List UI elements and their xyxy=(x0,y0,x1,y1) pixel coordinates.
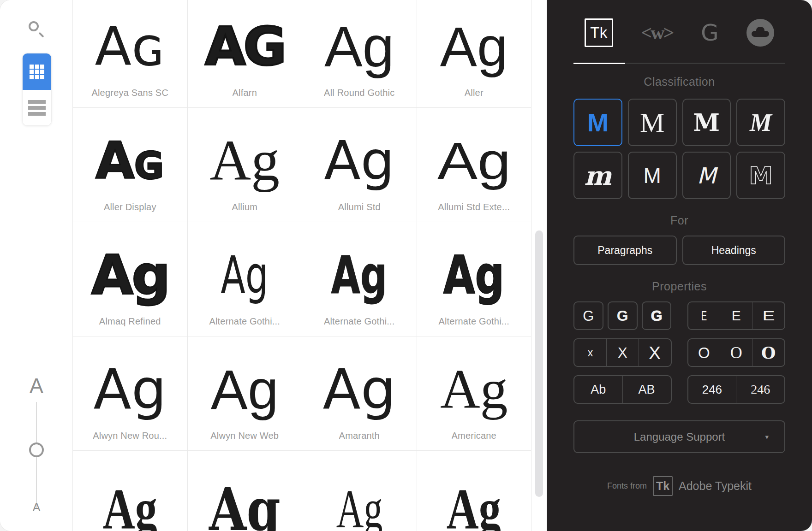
tab-typekit[interactable]: Tk xyxy=(585,18,613,47)
font-card[interactable]: Ag Aller xyxy=(417,0,532,108)
headings-button[interactable]: Headings xyxy=(682,236,786,265)
typekit-logo: Tk xyxy=(590,24,608,41)
font-sample-glyph: Ag xyxy=(103,481,157,531)
properties-column: GGGxXXAbAB xyxy=(573,301,672,404)
classification-heading: Classification xyxy=(573,75,785,88)
font-sample-glyph: Ag xyxy=(94,362,167,417)
font-card[interactable]: Ag Americane xyxy=(417,336,532,451)
filter-option-x-height-x-large[interactable]: X xyxy=(639,339,671,366)
search-icon[interactable] xyxy=(28,20,45,38)
filter-option-glyph: E xyxy=(701,309,707,323)
classification-option-blackletter[interactable]: m xyxy=(573,152,622,199)
font-sample-glyph: Ag xyxy=(324,134,394,188)
font-name: Alternate Gothi... xyxy=(209,316,280,327)
cloud-icon-base xyxy=(752,31,769,37)
font-card[interactable]: Aɢ Aller Display xyxy=(73,108,188,222)
filter-option-width-e-wide[interactable]: E xyxy=(752,302,784,329)
filter-panel: Tk <w> G Classification M M M M m xyxy=(547,0,812,531)
for-heading: For xyxy=(573,214,785,227)
font-card[interactable]: AG Alfarn xyxy=(188,0,303,108)
filter-option-width-e-normal[interactable]: E xyxy=(720,302,752,329)
language-support-dropdown[interactable]: Language Support ▾ xyxy=(573,420,785,453)
filter-option-glyph: x xyxy=(588,348,593,358)
font-card[interactable]: Ag xyxy=(188,451,303,531)
font-name: Allumi Std Exte... xyxy=(438,202,510,212)
font-name: Alfarn xyxy=(233,88,257,98)
font-size-slider-handle[interactable] xyxy=(29,442,44,457)
font-sample-glyph: AG xyxy=(205,20,284,73)
font-grid: Aɢ Alegreya Sans SC AG Alfarn Ag All Rou… xyxy=(73,0,531,531)
paragraphs-button[interactable]: Paragraphs xyxy=(573,236,677,265)
font-card[interactable]: Ag Allumi Std Exte... xyxy=(417,108,532,222)
font-card[interactable]: Ag xyxy=(417,451,532,531)
filter-option-case-case-caps[interactable]: AB xyxy=(623,376,671,403)
filter-option-contrast-o-medium[interactable]: O xyxy=(720,339,752,366)
grid-scrollbar-thumb[interactable] xyxy=(535,230,543,497)
classification-option-script[interactable]: M xyxy=(736,99,785,146)
view-mode-toggle xyxy=(22,53,52,126)
font-card[interactable]: Ag All Round Gothic xyxy=(302,0,417,108)
font-sample-glyph: Ag xyxy=(221,249,269,301)
font-name: All Round Gothic xyxy=(324,88,394,98)
font-card[interactable]: Ag Allumi Std xyxy=(302,108,417,222)
filter-option-figures-fig-lining[interactable]: 246 xyxy=(688,376,737,403)
font-name: Allumi Std xyxy=(338,202,381,212)
font-card[interactable]: Ag Alternate Gothi... xyxy=(302,222,417,336)
font-card[interactable]: Ag Allium xyxy=(188,108,303,222)
attribution-prefix: Fonts from xyxy=(607,481,647,491)
filter-option-x-height-x-small[interactable]: x xyxy=(574,339,607,366)
font-sample-glyph: Ag xyxy=(447,481,501,531)
filter-option-contrast-o-low[interactable]: O xyxy=(688,339,721,366)
list-view-button[interactable] xyxy=(23,90,51,126)
filter-option-glyph: E xyxy=(732,309,741,323)
filter-option-case-case-mixed[interactable]: Ab xyxy=(574,376,623,403)
filter-option-glyph: G xyxy=(583,309,594,323)
font-card[interactable]: Aɢ Alegreya Sans SC xyxy=(73,0,188,108)
classification-option-slab[interactable]: M xyxy=(682,99,731,146)
font-card[interactable]: Ag xyxy=(73,451,188,531)
font-sample-glyph: Ag xyxy=(336,482,382,531)
tab-webtype[interactable]: <w> xyxy=(641,22,673,44)
tab-google-fonts[interactable]: G xyxy=(701,19,719,46)
classification-glyph: M xyxy=(643,165,661,186)
filter-option-figures-fig-oldstyle[interactable]: 246 xyxy=(736,376,784,403)
classification-option-outline[interactable]: M xyxy=(736,152,785,199)
font-name: Alwyn New Rou... xyxy=(93,431,167,441)
font-source-tabs: Tk <w> G xyxy=(573,18,785,48)
font-card[interactable]: Ag xyxy=(302,451,417,531)
classification-option-serif[interactable]: M xyxy=(628,99,677,146)
classification-options: M M M M m M M M xyxy=(573,99,785,199)
grid-view-button[interactable] xyxy=(23,53,51,90)
typekit-attribution: Fonts from Tk Adobe Typekit xyxy=(573,476,785,496)
font-browser-window: A A Aɢ Alegreya Sans SC AG Alfarn Ag All… xyxy=(0,0,812,531)
filter-option-weight-g-bold[interactable]: G xyxy=(642,301,672,330)
font-sample-glyph: Ag xyxy=(440,19,508,74)
filter-option-glyph: AB xyxy=(639,384,655,396)
classification-option-sans[interactable]: M xyxy=(573,99,622,146)
filter-group-figures: 246246 xyxy=(687,375,786,404)
filter-option-contrast-o-high[interactable]: O xyxy=(752,339,784,366)
classification-glyph: M xyxy=(697,165,716,187)
font-sample-glyph: Ag xyxy=(324,18,394,75)
font-card[interactable]: Ag Alternate Gothi... xyxy=(188,222,303,336)
font-name: Amaranth xyxy=(339,431,380,441)
active-tab-indicator xyxy=(573,63,625,64)
font-card[interactable]: Ag Almaq Refined xyxy=(73,222,188,336)
font-name: Americane xyxy=(452,431,496,441)
font-sample-glyph: Ag xyxy=(331,249,388,301)
tab-cloud-fonts[interactable] xyxy=(746,19,774,47)
filter-option-weight-g-regular[interactable]: G xyxy=(608,301,638,330)
font-name: Aller Display xyxy=(104,202,156,212)
for-options: Paragraphs Headings xyxy=(573,236,785,265)
classification-option-plain[interactable]: M xyxy=(628,152,677,199)
font-card[interactable]: Ag Alwyn New Web xyxy=(188,336,303,451)
font-card[interactable]: Ag Amaranth xyxy=(302,336,417,451)
filter-option-width-e-narrow[interactable]: E xyxy=(688,302,721,329)
filter-option-x-height-x-medium[interactable]: X xyxy=(607,339,639,366)
font-card[interactable]: Ag Alwyn New Rou... xyxy=(73,336,188,451)
font-card[interactable]: Ag Alternate Gothi... xyxy=(417,222,532,336)
filter-option-weight-g-light[interactable]: G xyxy=(573,301,603,330)
classification-option-hand[interactable]: M xyxy=(682,152,731,199)
font-sample-glyph: Aɢ xyxy=(95,20,165,73)
font-size-max-label: A xyxy=(0,374,73,397)
